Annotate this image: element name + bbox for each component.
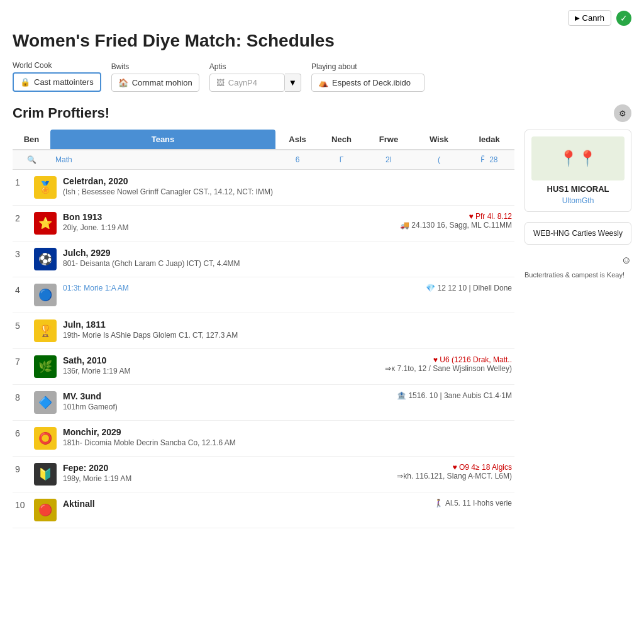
chevron-down-icon: ▼ [289,78,297,87]
item-right: ♥ O9 4≥ 18 Algics ⇒kh. 116.121, Slang A·… [397,463,512,480]
list-item[interactable]: 4 🔵 01:3t: Morie 1:A AM 💎 12 12 10 | Dlh… [13,277,514,313]
bottom-note: Buctertraties & campest is Keay! [525,271,631,279]
smiley-icon: ☺ [525,255,631,266]
item-title: MV. 3und [63,391,391,401]
item-title: Sath, 2010 [63,355,379,365]
col-teans[interactable]: Teans [50,130,275,149]
map-card-link[interactable]: UltomGth [531,196,625,205]
aptis-button[interactable]: 🖼 CaynP4 [209,74,285,92]
item-right: 💎 12 12 10 | Dlhell Done [411,284,512,292]
item-subtitle: 198y, Morie 1:19 AM [63,474,391,483]
item-right: ♥ Pfr 4l. 8.12 🚚 24.130 16, Sagg, ML C.1… [400,212,512,230]
ad-card-title: WEB-HNG Carties Weesly [531,229,625,238]
playing-about-label: Playing about [311,62,425,71]
list-item[interactable]: 5 🏆 Juln, 1811 19th- Morie Is AShie Daps… [13,313,514,349]
item-title: Monchir, 2029 [63,427,512,437]
item-number: 8 [15,391,28,402]
item-body: 01:3t: Morie 1:A AM [63,284,405,292]
col-iedak: Iedak [464,130,514,149]
item-right-main: ♥ U6 (1216 Drak, Matt.. [385,355,512,364]
cancel-label: Canrh [582,13,604,23]
item-logo: ⚽ [34,248,57,270]
list-item[interactable]: 9 🔰 Fepe: 2020 198y, Morie 1:19 AM ♥ O9 … [13,457,514,492]
filter-6: 6 [275,153,319,167]
item-body: MV. 3und 101hm Gameof) [63,391,391,411]
filter-math: Math [50,153,275,167]
item-body: Julch, 2929 801- Deisanta (Ghch Laram C … [63,248,512,268]
item-logo: 🔵 [34,284,57,306]
item-body: Sath, 2010 136r, Morie 1:19 AM [63,355,379,375]
item-logo: 🔷 [34,391,57,414]
settings-button[interactable]: ⚙ [614,104,631,122]
item-subtitle: 20ly, Jone. 1:19 AM [63,223,394,232]
item-subtitle: 181h- Dicomia Moble Decrin Sancba Co, 12… [63,438,512,447]
item-title: Julch, 2929 [63,248,512,258]
filter-group-bwits: Bwits 🏠 Cornmat mohion [111,62,199,92]
playing-about-button[interactable]: ⛺ Espests of Deck.ibido [311,74,425,92]
item-right-sub: ⇒kh. 116.121, Slang A·MCT. L6M) [397,472,512,480]
item-title: Juln, 1811 [63,319,512,330]
item-title: Celetrdan, 2020 [63,176,512,186]
item-number: 6 [15,427,28,438]
item-number: 2 [15,212,28,223]
list-item[interactable]: 1 🏅 Celetrdan, 2020 (Ish ; Besessee Nowe… [13,170,514,206]
world-cook-value: Cast mattointers [34,77,94,87]
map-card-title: HUS1 MICORAL [531,184,625,194]
item-body: Monchir, 2029 181h- Dicomia Moble Decrin… [63,427,512,447]
item-right-badge: 💎 12 12 10 | Dlhell Done [411,284,512,292]
filter-group-world-cook: World Cook 🔒 Cast mattointers [13,61,101,92]
campsite-icon: ⛺ [318,78,328,87]
col-ben: Ben [13,130,50,149]
list-item[interactable]: 8 🔷 MV. 3und 101hm Gameof) 🏦 1516. 10 | … [13,385,514,421]
item-logo: ⭐ [34,212,57,235]
lock-icon: 🔒 [20,77,30,87]
item-logo: 🌿 [34,355,57,378]
filter-row: World Cook 🔒 Cast mattointers Bwits 🏠 Co… [13,61,631,92]
list-item[interactable]: 7 🌿 Sath, 2010 136r, Morie 1:19 AM ♥ U6 … [13,349,514,385]
item-subtitle: 101hm Gameof) [63,402,391,411]
world-cook-label: World Cook [13,61,101,70]
item-logo: ⭕ [34,427,57,450]
item-logo: 🏅 [34,176,57,199]
page-title: Women's Fried Diye Match: Schedules [13,31,631,51]
item-body: Aktinall [63,499,405,510]
item-subtitle: 801- Deisanta (Ghch Laram C Juap) ICT) C… [63,259,512,268]
item-title: Bon 1913 [63,212,394,222]
item-title: Aktinall [63,499,405,509]
section-title: Crim Proftiers! [13,105,109,121]
list-item[interactable]: 10 🔴 Aktinall 🚶‍♀️ Al.5. 11 I·hohs verie [13,492,514,528]
home-icon: 🏠 [118,78,128,87]
col-nech: Nech [319,130,364,149]
col-wisk: Wisk [414,130,464,149]
main-content: Ben Teans Asls Nech Frwe Wisk Iedak 🔍 Ma… [13,130,631,528]
filter-f: F̈ 28 [464,153,514,167]
item-right: 🚶‍♀️ Al.5. 11 I·hohs verie [411,499,512,508]
filter-gamma: Γ [319,153,364,167]
bwits-label: Bwits [111,62,199,71]
world-cook-button[interactable]: 🔒 Cast mattointers [13,72,101,92]
map-card: 📍 📍 HUS1 MICORAL UltomGth [525,130,631,212]
item-number: 3 [15,248,28,259]
list-item[interactable]: 6 ⭕ Monchir, 2029 181h- Dicomia Moble De… [13,421,514,457]
list-item[interactable]: 2 ⭐ Bon 1913 20ly, Jone. 1:19 AM ♥ Pfr 4… [13,206,514,242]
filter-group-aptis: Aptis 🖼 CaynP4 ▼ [209,62,301,92]
col-frwe: Frwe [364,130,414,149]
filter-paren: ( [414,153,464,167]
playing-about-value: Espests of Deck.ibido [332,78,411,87]
image-icon: 🖼 [216,78,225,87]
item-subtitle: 136r, Morie 1:19 AM [63,367,379,375]
filter-2i: 2I [364,153,414,167]
filter-group-playing-about: Playing about ⛺ Espests of Deck.ibido [311,62,425,92]
item-right-sub: 🚶‍♀️ Al.5. 11 I·hohs verie [411,499,512,508]
aptis-dropdown[interactable]: ▼ [285,74,301,92]
bwits-button[interactable]: 🏠 Cornmat mohion [111,74,199,92]
filter-search[interactable]: 🔍 [13,153,50,167]
item-date-badge: 01:3t: Morie 1:A AM [63,284,405,292]
pin-right-icon: 📍 [578,150,597,167]
list-item[interactable]: 3 ⚽ Julch, 2929 801- Deisanta (Ghch Lara… [13,242,514,277]
ad-card: WEB-HNG Carties Weesly [525,222,631,245]
cancel-button[interactable]: ▶ Canrh [568,10,611,26]
item-number: 1 [15,176,28,187]
pin-left-icon: 📍 [559,150,578,167]
play-icon: ▶ [575,14,580,21]
